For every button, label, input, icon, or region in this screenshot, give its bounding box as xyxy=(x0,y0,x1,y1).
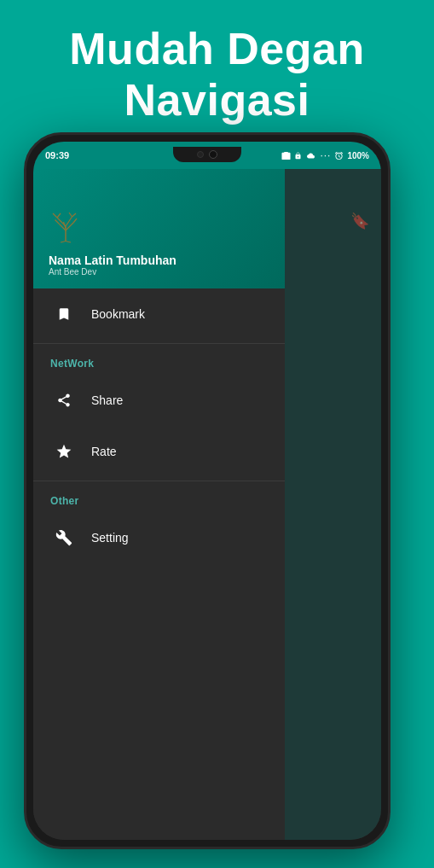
menu-item-bookmark[interactable]: Bookmark xyxy=(33,288,285,340)
status-time: 09:39 xyxy=(45,150,69,160)
menu-item-setting[interactable]: Setting xyxy=(33,512,285,563)
rate-label: Rate xyxy=(91,445,117,458)
drawer-header: Nama Latin Tumbuhan Ant Bee Dev xyxy=(33,169,285,288)
share-icon xyxy=(50,387,78,414)
bookmark-right: 🔖 xyxy=(350,212,369,230)
divider-1 xyxy=(33,343,285,344)
camera-notch xyxy=(173,147,241,162)
drawer-logo xyxy=(49,209,269,247)
section-header-network: NetWork xyxy=(33,347,285,375)
share-label: Share xyxy=(91,393,123,407)
divider-2 xyxy=(33,481,285,481)
camera-dot xyxy=(197,151,204,158)
setting-icon xyxy=(50,524,78,551)
section-header-other: Other xyxy=(33,485,285,512)
svg-line-5 xyxy=(53,213,57,218)
svg-line-13 xyxy=(66,242,71,243)
bookmark-icon xyxy=(50,300,78,328)
phone-screen: 09:39 ··· 100% xyxy=(33,142,381,840)
svg-line-6 xyxy=(57,213,61,218)
main-content-area: 🔖 xyxy=(285,169,381,840)
rate-icon xyxy=(50,438,78,465)
drawer-body: Bookmark NetWork Share Rate Other xyxy=(33,288,285,840)
status-icons: ··· 100% xyxy=(281,149,369,161)
menu-item-share[interactable]: Share xyxy=(33,375,285,426)
phone-frame: 09:39 ··· 100% xyxy=(24,132,391,849)
svg-line-8 xyxy=(72,213,77,217)
svg-line-12 xyxy=(61,242,66,243)
menu-item-rate[interactable]: Rate xyxy=(33,426,285,477)
drawer-app-title: Nama Latin Tumbuhan xyxy=(49,253,269,267)
bg-title: Mudah Degan Navigasi xyxy=(0,0,434,126)
svg-line-9 xyxy=(55,220,60,224)
svg-line-10 xyxy=(73,218,77,223)
camera-lens xyxy=(209,150,217,159)
bookmark-label: Bookmark xyxy=(91,307,145,321)
drawer-app-subtitle: Ant Bee Dev xyxy=(49,267,269,277)
setting-label: Setting xyxy=(91,531,129,545)
svg-line-7 xyxy=(69,213,72,217)
